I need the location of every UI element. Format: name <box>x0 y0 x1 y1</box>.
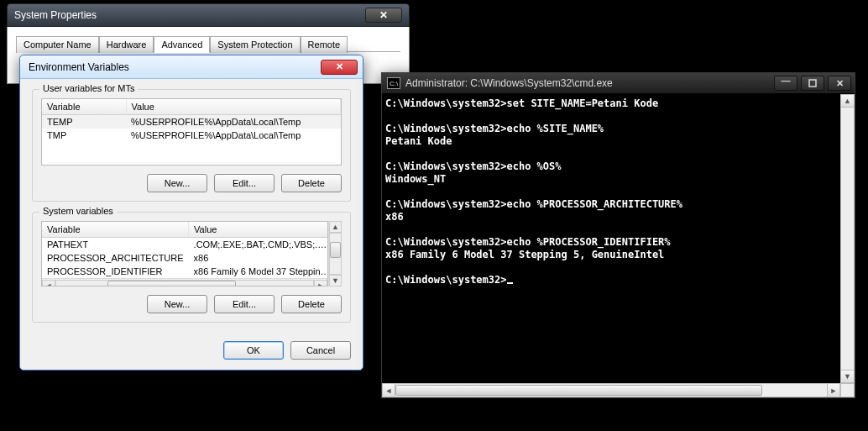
tab-system-protection[interactable]: System Protection <box>210 36 300 53</box>
user-variables-label: User variables for MTs <box>39 83 138 93</box>
tab-advanced[interactable]: Advanced <box>154 36 210 53</box>
table-row[interactable]: TEMP%USERPROFILE%\AppData\Local\Temp <box>42 115 341 129</box>
var-name: PROCESSOR_IDENTIFIER <box>42 265 189 278</box>
cursor <box>507 282 513 284</box>
system-variables-label: System variables <box>39 206 117 216</box>
user-variables-list[interactable]: Variable Value TEMP%USERPROFILE%\AppData… <box>41 98 342 166</box>
close-icon: ✕ <box>379 9 388 21</box>
column-header-value[interactable]: Value <box>189 222 328 238</box>
var-value: x86 <box>189 251 328 265</box>
table-row[interactable]: PROCESSOR_ARCHITECTUREx86 <box>42 251 328 265</box>
var-value: %USERPROFILE%\AppData\Local\Temp <box>126 129 341 142</box>
system-new-button[interactable]: New... <box>147 295 207 313</box>
var-name: PATHEXT <box>42 238 189 252</box>
user-variables-group: User variables for MTs Variable Value TE… <box>32 89 351 202</box>
column-header-value[interactable]: Value <box>126 99 341 115</box>
svg-rect-0 <box>809 80 816 87</box>
scroll-right-icon[interactable]: ► <box>314 280 327 287</box>
var-value: %USERPROFILE%\AppData\Local\Temp <box>126 115 341 129</box>
cmd-title: Administrator: C:\Windows\System32\cmd.e… <box>405 77 774 89</box>
var-name: PROCESSOR_ARCHITECTURE <box>42 251 189 265</box>
var-value: x86 Family 6 Model 37 Steppin… <box>189 265 328 278</box>
system-properties-titlebar[interactable]: System Properties ✕ <box>7 3 410 27</box>
scroll-up-icon[interactable]: ▲ <box>840 94 855 108</box>
system-properties-title: System Properties <box>14 9 365 21</box>
cmd-hscrollbar[interactable]: ◄ ► <box>382 383 840 397</box>
table-row[interactable]: PROCESSOR_IDENTIFIERx86 Family 6 Model 3… <box>42 265 328 278</box>
var-name: TMP <box>42 129 126 142</box>
user-new-button[interactable]: New... <box>147 174 207 192</box>
scroll-down-icon[interactable]: ▼ <box>329 275 342 286</box>
column-header-variable[interactable]: Variable <box>42 99 126 115</box>
system-delete-button[interactable]: Delete <box>281 295 342 313</box>
environment-variables-dialog: Environment Variables ✕ User variables f… <box>19 55 363 371</box>
user-delete-button[interactable]: Delete <box>281 174 342 192</box>
tab-computer-name[interactable]: Computer Name <box>16 36 99 53</box>
env-dialog-title: Environment Variables <box>29 61 321 73</box>
table-row[interactable]: TMP%USERPROFILE%\AppData\Local\Temp <box>42 129 341 142</box>
scroll-thumb[interactable] <box>330 242 341 258</box>
tab-remote[interactable]: Remote <box>301 36 348 53</box>
scroll-up-icon[interactable]: ▲ <box>329 221 342 233</box>
system-properties-tabs: Computer NameHardwareAdvancedSystem Prot… <box>16 35 400 52</box>
system-variables-hscrollbar[interactable]: ◄ ► <box>42 278 327 286</box>
var-name: TEMP <box>42 115 126 129</box>
column-header-variable[interactable]: Variable <box>42 222 189 238</box>
minimize-button[interactable]: — <box>774 76 797 91</box>
cmd-vscrollbar[interactable]: ▲ ▼ <box>840 94 855 383</box>
close-icon: ✕ <box>836 78 844 89</box>
scroll-left-icon[interactable]: ◄ <box>382 383 395 397</box>
scroll-thumb[interactable] <box>395 385 762 396</box>
cmd-output[interactable]: C:\Windows\system32>set SITE_NAME=Petani… <box>382 94 840 383</box>
system-variables-vscrollbar[interactable]: ▲ ▼ <box>328 221 342 286</box>
scrollbar-corner <box>840 383 855 397</box>
cmd-close-button[interactable]: ✕ <box>828 76 851 91</box>
close-icon: ✕ <box>336 61 343 72</box>
maximize-button[interactable] <box>801 76 824 91</box>
scroll-left-icon[interactable]: ◄ <box>42 280 55 287</box>
minimize-icon: — <box>782 76 791 86</box>
ok-button[interactable]: OK <box>223 341 284 360</box>
user-edit-button[interactable]: Edit... <box>214 174 275 192</box>
env-dialog-titlebar[interactable]: Environment Variables ✕ <box>20 55 363 79</box>
system-variables-list[interactable]: Variable Value PATHEXT.COM;.EXE;.BAT;.CM… <box>41 221 328 286</box>
env-dialog-close-button[interactable]: ✕ <box>321 60 358 75</box>
system-properties-close-button[interactable]: ✕ <box>365 8 402 23</box>
maximize-icon <box>808 79 817 87</box>
scroll-right-icon[interactable]: ► <box>827 383 840 397</box>
cmd-window: C:\ Administrator: C:\Windows\System32\c… <box>381 72 855 398</box>
var-value: .COM;.EXE;.BAT;.CMD;.VBS;.… <box>189 238 328 252</box>
scroll-down-icon[interactable]: ▼ <box>840 370 855 383</box>
system-variables-group: System variables Variable Value PATHEXT.… <box>32 212 351 323</box>
system-edit-button[interactable]: Edit... <box>214 295 275 313</box>
cancel-button[interactable]: Cancel <box>290 341 351 360</box>
scroll-thumb[interactable] <box>107 281 236 287</box>
cmd-icon: C:\ <box>387 77 400 89</box>
tab-hardware[interactable]: Hardware <box>99 36 154 53</box>
cmd-titlebar[interactable]: C:\ Administrator: C:\Windows\System32\c… <box>382 73 855 94</box>
table-row[interactable]: PATHEXT.COM;.EXE;.BAT;.CMD;.VBS;.… <box>42 238 328 252</box>
